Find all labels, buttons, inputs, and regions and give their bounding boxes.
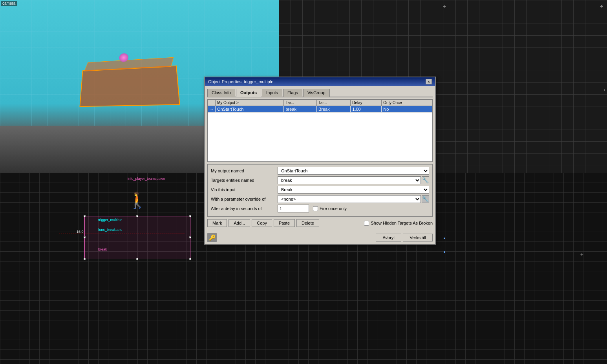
row-target1: break	[284, 106, 317, 113]
my-output-select-wrapper: OnStartTouch	[278, 167, 429, 175]
player-figure: 🚶	[128, 192, 147, 208]
col-delay[interactable]: Delay	[351, 100, 382, 106]
row-my-output: OnStartTouch	[216, 106, 284, 113]
handle-tm[interactable]	[136, 215, 138, 217]
param-select[interactable]: <none>	[278, 195, 421, 203]
fire-once-label: Fire once only	[320, 206, 347, 211]
mark-button[interactable]: Mark	[207, 219, 227, 227]
handle-ml[interactable]	[84, 236, 86, 238]
tab-class-info[interactable]: Class Info	[207, 89, 235, 97]
targets-select-wrapper: break 🔧	[278, 176, 429, 184]
dialog-close-button[interactable]: ×	[426, 79, 432, 84]
tab-flags[interactable]: Flags	[283, 89, 302, 97]
tab-bar: Class Info Outputs Inputs Flags VisGroup	[207, 88, 433, 97]
col-target2[interactable]: Tar...	[316, 100, 350, 106]
3d-object	[79, 66, 180, 107]
measure-label: 16.0	[77, 230, 84, 234]
cancel-button[interactable]: Avbryt	[376, 234, 401, 241]
tab-outputs[interactable]: Outputs	[236, 89, 261, 97]
selection-handles	[85, 216, 190, 259]
node-1	[444, 238, 445, 239]
delay-input[interactable]	[278, 205, 309, 212]
cross-marker-top: +	[443, 3, 446, 9]
via-select[interactable]: Break	[278, 186, 429, 194]
form-row-my-output: My output named OnStartTouch	[211, 167, 429, 175]
dialog-bottom-bar: 🔑 Avbryt Verkställ	[205, 231, 435, 244]
func-label: func_breakable	[98, 228, 122, 232]
cross-marker-tr: +	[600, 3, 603, 9]
fire-once-checkbox[interactable]	[313, 206, 318, 211]
dialog-action-buttons: Avbryt Verkställ	[376, 234, 433, 241]
handle-br[interactable]	[189, 258, 191, 260]
show-hidden-label: Show Hidden Targets As Broken	[364, 221, 433, 226]
tab-visgroup[interactable]: VisGroup	[303, 89, 330, 97]
my-output-select[interactable]: OnStartTouch	[278, 167, 429, 175]
handle-bl[interactable]	[84, 258, 86, 260]
output-table: My Output > Tar... Tar... Delay Only Onc	[208, 99, 432, 113]
add-button[interactable]: Add...	[229, 219, 250, 227]
row-only-once: No	[382, 106, 432, 113]
delay-label: After a delay in seconds of	[211, 206, 278, 211]
form-row-via: Via this input Break	[211, 186, 429, 194]
key-icon: 🔑	[207, 233, 217, 242]
output-table-container[interactable]: My Output > Tar... Tar... Delay Only Onc	[207, 99, 433, 162]
col-icon[interactable]	[208, 100, 216, 106]
row-delay: 1.00	[351, 106, 382, 113]
form-row-targets: Targets entities named break 🔧	[211, 176, 429, 184]
targets-select[interactable]: break	[278, 176, 421, 184]
delete-button[interactable]: Delete	[296, 219, 319, 227]
via-select-wrapper: Break	[278, 186, 429, 194]
trigger-label: trigger_multiple	[98, 218, 122, 222]
handle-bm[interactable]	[136, 258, 138, 260]
dialog-content: Class Info Outputs Inputs Flags VisGroup	[205, 86, 435, 231]
handle-tr[interactable]	[189, 215, 191, 217]
tab-inputs[interactable]: Inputs	[262, 89, 282, 97]
node-2	[444, 251, 445, 253]
action-buttons-row: Mark Add... Copy Paste Delete Show Hidde…	[207, 219, 433, 227]
my-output-label: My output named	[211, 168, 278, 173]
form-row-param: With a parameter override of <none> 🔧	[211, 195, 429, 203]
col-only-once[interactable]: Only Once	[382, 100, 432, 106]
handle-tl[interactable]	[84, 215, 86, 217]
resize-arrow-icon[interactable]: ›	[603, 86, 605, 93]
fire-once-row: Fire once only	[313, 206, 347, 211]
selection-box	[84, 216, 190, 259]
col-my-output[interactable]: My Output >	[216, 100, 284, 106]
player-label: info_player_teamspawn	[128, 177, 165, 181]
arrow-icon: →	[210, 107, 214, 112]
copy-button[interactable]: Copy	[252, 219, 272, 227]
dialog-title: Object Properties: trigger_multiple	[208, 79, 273, 84]
targets-label: Targets entities named	[211, 178, 278, 183]
param-label: With a parameter override of	[211, 197, 278, 201]
row-icon: →	[208, 106, 216, 113]
handle-mr[interactable]	[189, 236, 191, 238]
object-properties-dialog: Object Properties: trigger_multiple × Cl…	[204, 77, 436, 245]
row-target2: Break	[316, 106, 350, 113]
pick-param-button[interactable]: 🔧	[422, 195, 429, 203]
camera-label: camera	[1, 1, 17, 6]
form-row-delay: After a delay in seconds of Fire once on…	[211, 205, 429, 212]
form-area: My output named OnStartTouch Targets ent…	[207, 164, 433, 217]
cross-marker-br: +	[580, 251, 583, 258]
table-row[interactable]: → OnStartTouch break Break 1.00 No	[208, 106, 432, 113]
col-target1[interactable]: Tar...	[284, 100, 317, 106]
param-select-wrapper: <none> 🔧	[278, 195, 429, 203]
paste-button[interactable]: Paste	[274, 219, 295, 227]
dialog-titlebar[interactable]: Object Properties: trigger_multiple ×	[205, 77, 435, 86]
break-label: break	[98, 247, 107, 251]
show-hidden-checkbox[interactable]	[364, 221, 369, 226]
apply-button[interactable]: Verkställ	[403, 234, 433, 241]
via-label: Via this input	[211, 187, 278, 192]
pick-entity-button[interactable]: 🔧	[422, 176, 429, 184]
